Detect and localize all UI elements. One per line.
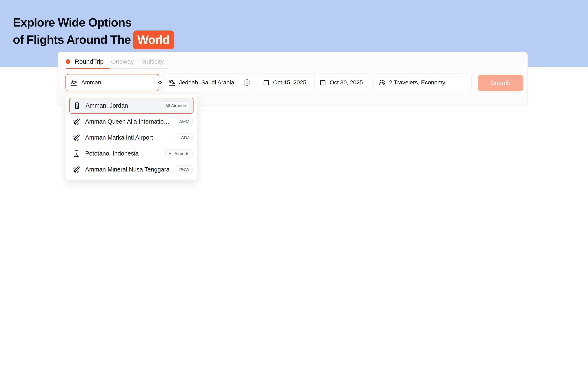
calendar-icon (320, 79, 326, 86)
tab-oneway-label: Oneway (111, 58, 134, 65)
suggestion-amman-mineral[interactable]: Amman Mineral Nusa Tenggara PNW (65, 161, 197, 178)
suggestion-name: Pototano, Indonesia (85, 150, 139, 157)
origin-input[interactable] (81, 79, 155, 86)
clear-destination-button[interactable] (243, 79, 251, 86)
return-date-field[interactable]: Oct 30, 2025 (315, 74, 371, 91)
tab-roundtrip[interactable]: RoundTrip (66, 58, 104, 65)
tab-oneway[interactable]: Oneway (111, 58, 134, 65)
travelers-value: 2 Travelers, Economy (389, 79, 445, 86)
suggestion-badge: ADJ (178, 133, 193, 142)
tab-roundtrip-label: RoundTrip (75, 58, 104, 65)
trip-type-tabs: RoundTrip Oneway Multicity (66, 58, 164, 65)
suggestion-badge: PNW (176, 165, 193, 174)
active-tab-dot-icon (66, 59, 70, 64)
origin-suggestions-dropdown: Amman, Jordan All Airports Amman Queen A… (65, 94, 197, 180)
search-button[interactable]: Search (478, 75, 523, 91)
suggestion-queen-alia-airport[interactable]: Amman Queen Alia Internation... AMM (65, 114, 197, 130)
suggestion-name: Amman Mineral Nusa Tenggara (85, 166, 169, 173)
building-icon (73, 102, 81, 110)
swap-origin-destination-button[interactable] (154, 76, 166, 89)
suggestion-badge: AMM (176, 117, 193, 126)
plane-icon (73, 134, 80, 141)
page-title-line2: of Flights Around TheWorld (13, 30, 174, 49)
destination-field[interactable]: Jeddah, Saudi Arabia (164, 74, 255, 91)
travelers-field[interactable]: 2 Travelers, Economy (374, 74, 472, 91)
suggestion-amman-jordan[interactable]: Amman, Jordan All Airports (69, 98, 193, 114)
calendar-icon (263, 79, 269, 86)
plane-icon (73, 118, 80, 125)
page-title: Explore Wide Options of Flights Around T… (13, 14, 174, 49)
page-title-line1: Explore Wide Options (13, 14, 174, 30)
tab-multicity[interactable]: Multicity (141, 58, 164, 65)
suggestion-name: Amman Queen Alia Internation... (85, 118, 171, 125)
title-highlight-chip: World (133, 30, 174, 49)
tab-underline-active (66, 68, 110, 69)
suggestion-pototano-indonesia[interactable]: Pototano, Indonesia All Airports (65, 146, 197, 161)
plane-icon (73, 166, 80, 173)
origin-field[interactable] (65, 74, 159, 91)
depart-date-value: Oct 15, 2025 (273, 79, 306, 86)
suggestion-name: Amman, Jordan (85, 102, 128, 109)
page-title-line2-text: of Flights Around The (13, 33, 131, 46)
tab-multicity-label: Multicity (141, 58, 164, 65)
suggestion-marka-airport[interactable]: Amman Marka Intl Airport ADJ (65, 130, 197, 146)
travelers-icon (379, 79, 385, 86)
swap-arrows-icon (157, 80, 163, 85)
suggestion-badge: All Airports (162, 101, 189, 110)
tab-underline-track (66, 68, 169, 69)
plane-landing-icon (169, 79, 175, 86)
return-date-value: Oct 30, 2025 (330, 79, 363, 86)
suggestion-name: Amman Marka Intl Airport (85, 134, 153, 141)
destination-value: Jeddah, Saudi Arabia (179, 79, 240, 86)
suggestion-badge: All Airports (165, 149, 193, 158)
depart-date-field[interactable]: Oct 15, 2025 (258, 74, 315, 91)
plane-takeoff-icon (71, 79, 78, 86)
circle-x-icon (243, 79, 251, 86)
building-icon (73, 150, 80, 158)
